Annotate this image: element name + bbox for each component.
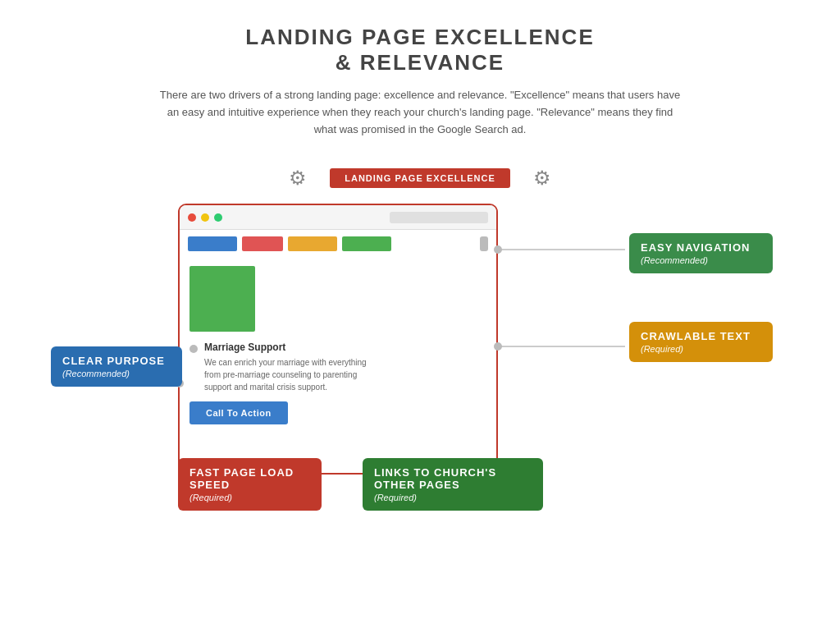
links-title: LINKS TO CHURCH'S OTHER PAGES xyxy=(374,466,532,491)
fast-load-title: FAST PAGE LOAD SPEED xyxy=(189,466,310,491)
crawlable-sub: (Required) xyxy=(641,344,761,354)
gear-icon-left: ⚙ xyxy=(285,166,310,190)
browser-dot-yellow xyxy=(201,213,209,222)
cta-button[interactable]: Call To Action xyxy=(189,401,288,424)
browser-titlebar xyxy=(180,205,496,230)
easy-nav-title: EASY NAVIGATION xyxy=(641,241,761,254)
fast-load-sub: (Required) xyxy=(189,493,310,502)
browser-content: Marriage Support We can enrich your marr… xyxy=(180,258,496,433)
links-box: LINKS TO CHURCH'S OTHER PAGES (Required) xyxy=(363,458,543,511)
nav-item-1 xyxy=(188,236,237,251)
nav-item-2 xyxy=(242,236,283,251)
content-heading: Marriage Support xyxy=(204,342,368,353)
hero-image xyxy=(189,266,255,332)
crawlable-box: CRAWLABLE TEXT (Required) xyxy=(629,322,773,362)
browser-dot-red xyxy=(188,213,196,222)
clear-purpose-sub: (Recommended) xyxy=(62,369,171,378)
browser-dot-green xyxy=(214,213,222,222)
nav-scroll xyxy=(480,236,488,251)
content-text: Marriage Support We can enrich your marr… xyxy=(204,342,368,393)
diagram-area: ⚙ LANDING PAGE EXCELLENCE ⚙ xyxy=(51,166,789,519)
clear-purpose-box: CLEAR PURPOSE (Recommended) xyxy=(51,346,182,387)
browser-mockup: Marriage Support We can enrich your marr… xyxy=(178,204,498,475)
easy-nav-box: EASY NAVIGATION (Recommended) xyxy=(629,233,773,273)
content-body: We can enrich your marriage with everyth… xyxy=(204,356,368,393)
page-wrapper: LANDING PAGE EXCELLENCE & RELEVANCE Ther… xyxy=(0,0,840,619)
crawlable-title: CRAWLABLE TEXT xyxy=(641,330,761,342)
nav-item-4 xyxy=(342,236,391,251)
links-sub: (Required) xyxy=(374,493,532,502)
browser-nav xyxy=(180,230,496,258)
excellence-badge: LANDING PAGE EXCELLENCE xyxy=(330,168,510,188)
gear-icon-right: ⚙ xyxy=(530,166,555,190)
page-title: LANDING PAGE EXCELLENCE & RELEVANCE xyxy=(245,25,594,76)
content-dot xyxy=(189,345,198,353)
easy-nav-sub: (Recommended) xyxy=(641,255,761,265)
page-subtitle: There are two drivers of a strong landin… xyxy=(158,87,682,138)
browser-address-bar xyxy=(390,212,488,223)
nav-item-3 xyxy=(288,236,337,251)
content-section: Marriage Support We can enrich your marr… xyxy=(189,342,486,393)
top-label-row: ⚙ LANDING PAGE EXCELLENCE ⚙ xyxy=(51,166,789,190)
fast-load-box: FAST PAGE LOAD SPEED (Required) xyxy=(178,458,322,511)
clear-purpose-title: CLEAR PURPOSE xyxy=(62,355,171,367)
